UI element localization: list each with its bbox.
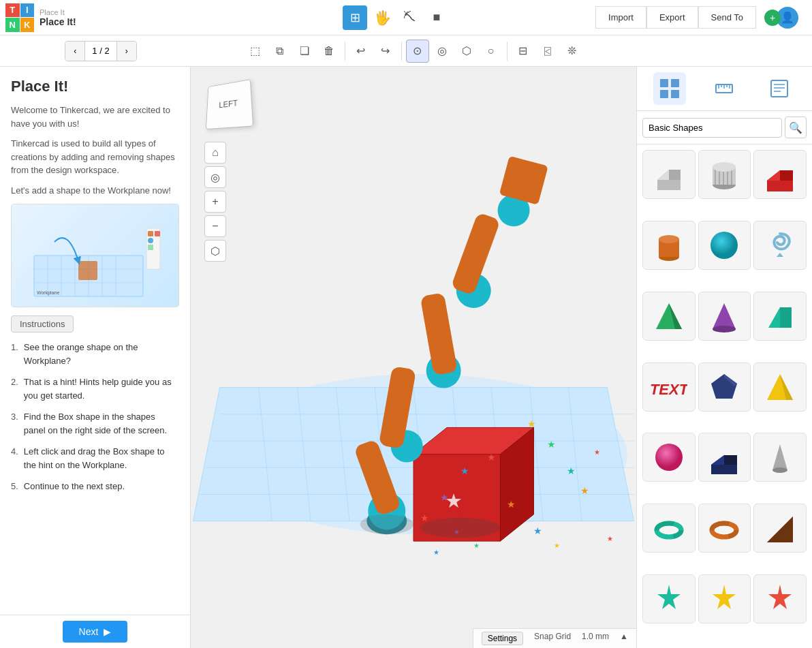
svg-text:TEXT: TEXT <box>651 381 687 398</box>
view-cube[interactable]: LEFT <box>204 80 252 128</box>
shape-box-navy[interactable] <box>698 433 751 482</box>
cube-face-label: LEFT <box>206 79 253 129</box>
shape-cylinder-orange[interactable] <box>642 221 696 270</box>
logo-t: T <box>5 3 20 18</box>
home-view-button[interactable]: ⌂ <box>204 142 226 164</box>
shape-wedge-brown[interactable] <box>753 504 807 553</box>
svg-point-76 <box>713 162 736 172</box>
main-layout: Place It! Welcome to Tinkercad, we are e… <box>0 67 812 648</box>
send-to-button[interactable]: Send To <box>698 6 756 29</box>
svg-marker-110 <box>657 585 681 609</box>
next-page-button[interactable]: › <box>117 42 136 61</box>
measure-button[interactable]: ⛏ <box>397 5 422 30</box>
canvas-status: Settings Snap Grid 1.0 mm ▲ <box>473 628 636 648</box>
select-all-tool[interactable]: ⬚ <box>244 40 267 63</box>
ruler-tab-button[interactable] <box>708 72 740 105</box>
lesson-title: Place It! <box>11 78 179 95</box>
top-right-area: Import Export Send To + 👤 <box>595 6 807 29</box>
shape-pyramid-yellow[interactable] <box>753 362 807 412</box>
right-panel-tabs <box>637 67 812 111</box>
app-name: Place It! <box>40 16 76 27</box>
top-bar: T I N K Place It Place It! ⊞ 🖐 ⛏ ■ Impor… <box>0 0 812 35</box>
shapes-category-select[interactable]: Basic Shapes Geometric Text & Numbers Co… <box>642 118 782 138</box>
svg-marker-111 <box>713 585 736 609</box>
align-tool[interactable]: ⍃ <box>536 40 559 63</box>
import-button[interactable]: Import <box>595 6 646 29</box>
shapes-tab-button[interactable] <box>653 72 686 105</box>
duplicate-tool[interactable]: ❏ <box>293 40 316 63</box>
svg-text:★: ★ <box>487 452 496 463</box>
copy-tool[interactable]: ⧉ <box>268 40 292 63</box>
instruction-item-1: 1. See the orange shape on the Workplane… <box>11 341 179 367</box>
left-content: Place It! Welcome to Tinkercad, we are e… <box>0 67 190 615</box>
instruction-list: 1. See the orange shape on the Workplane… <box>11 341 179 493</box>
snap-arrow-icon[interactable]: ▲ <box>620 632 628 645</box>
next-arrow-icon: ▶ <box>104 626 111 637</box>
notes-icon <box>768 78 790 99</box>
notes-tab-button[interactable] <box>763 72 796 105</box>
zoom-out-button[interactable]: − <box>204 215 226 237</box>
shape-tool[interactable]: ○ <box>480 40 503 63</box>
shape-star-teal[interactable] <box>642 574 696 623</box>
scene-svg: ★ ★ <box>191 67 636 648</box>
lesson-intro-1: Welcome to Tinkercad, we are excited to … <box>11 104 179 130</box>
shape-box-red[interactable] <box>753 150 807 199</box>
svg-text:★: ★ <box>567 466 576 476</box>
add-user-icon[interactable]: + <box>764 10 781 26</box>
undo-tool[interactable]: ↩ <box>349 40 373 63</box>
next-button[interactable]: Next ▶ <box>63 621 128 643</box>
canvas-area[interactable]: LEFT ⌂ ◎ + − ⬡ <box>191 67 636 648</box>
shape-prism-teal[interactable] <box>753 292 807 341</box>
prev-page-button[interactable]: ‹ <box>65 42 84 61</box>
shape-sphere-pink[interactable] <box>642 433 696 482</box>
shape-pyramid-green[interactable] <box>642 292 696 341</box>
shape-star-red[interactable] <box>753 574 807 623</box>
shape-pentagon-blue[interactable] <box>698 362 751 412</box>
shape-torus-teal[interactable] <box>642 504 696 553</box>
svg-marker-109 <box>767 516 793 542</box>
transform-button[interactable]: 🖐 <box>370 5 394 30</box>
target-view-button[interactable]: ◎ <box>204 166 226 188</box>
redo-tool[interactable]: ↪ <box>374 40 397 63</box>
mirror-tool[interactable]: ⊟ <box>512 40 535 63</box>
logo-k: K <box>20 18 35 32</box>
shape-torus-orange[interactable] <box>698 504 751 553</box>
shape-box-gray[interactable] <box>642 150 696 199</box>
svg-text:★: ★ <box>473 542 480 549</box>
svg-text:★: ★ <box>533 526 542 536</box>
grid-icon <box>659 78 681 99</box>
shape-text[interactable]: TEXT <box>642 362 696 412</box>
svg-rect-54 <box>660 90 668 98</box>
grid-view-button[interactable]: ⊞ <box>343 5 367 30</box>
camera-tool[interactable]: ⊙ <box>406 40 429 63</box>
tinkercad-logo[interactable]: T I N K <box>5 3 34 32</box>
svg-point-83 <box>710 232 738 259</box>
perspective-button[interactable]: ⬡ <box>204 240 226 262</box>
settings-button[interactable]: Settings <box>482 632 523 645</box>
shape-swirl[interactable] <box>753 221 807 270</box>
svg-rect-52 <box>660 79 668 87</box>
shape-sphere-teal[interactable] <box>698 221 751 270</box>
logo-n: N <box>5 18 20 32</box>
shape-cone-silver[interactable] <box>753 433 807 482</box>
svg-point-50 <box>360 514 413 534</box>
shape-cone-purple[interactable] <box>698 292 751 341</box>
pagination-area: ‹ 1 / 2 › <box>5 41 196 61</box>
logo-area: T I N K Place It Place It! <box>5 3 196 32</box>
light-tool[interactable]: ◎ <box>431 40 454 63</box>
shape-cylinder-striped[interactable] <box>698 150 751 199</box>
note-tool[interactable]: ⬡ <box>455 40 478 63</box>
edit-toolbar: ⬚ ⧉ ❏ 🗑 ↩ ↪ ⊙ ◎ ⬡ ○ ⊟ ⍃ ❊ <box>196 40 631 63</box>
instructions-tab[interactable]: Instructions <box>11 315 74 333</box>
sep1 <box>345 42 345 61</box>
delete-tool[interactable]: 🗑 <box>317 40 341 63</box>
svg-marker-68 <box>669 170 681 180</box>
search-shapes-button[interactable]: 🔍 <box>785 117 807 138</box>
export-button[interactable]: Export <box>646 6 698 29</box>
group-tool[interactable]: ❊ <box>561 40 584 63</box>
page-number[interactable]: 1 / 2 <box>84 42 116 61</box>
zoom-in-button[interactable]: + <box>204 191 226 213</box>
color-button[interactable]: ■ <box>424 5 449 30</box>
shape-star-yellow[interactable] <box>698 574 751 623</box>
svg-marker-101 <box>772 444 787 470</box>
